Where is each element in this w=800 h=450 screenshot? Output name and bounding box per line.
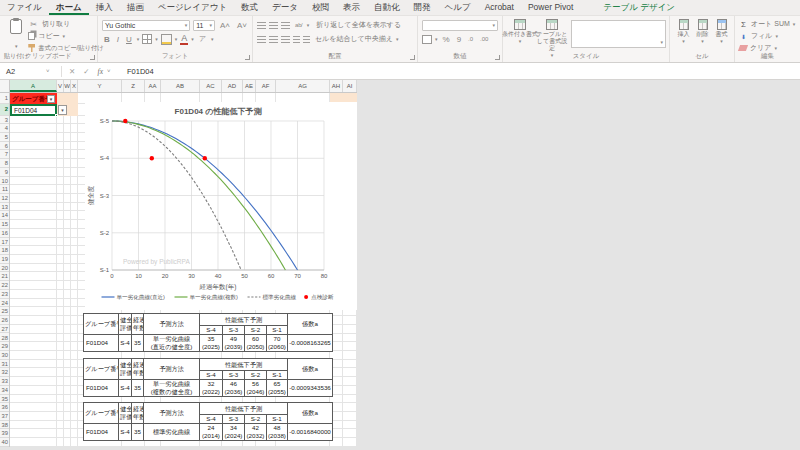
col-header-level[interactable]: S-4 [200,415,223,424]
dialog-launcher-icon[interactable] [90,55,95,60]
column-header-AG[interactable]: AG [276,80,330,92]
row-header-2[interactable]: 2 [0,104,9,116]
cell-prediction[interactable]: 49(2039) [223,334,245,351]
row-header-28[interactable]: 28 [0,334,9,343]
tab-view[interactable]: 表示 [336,0,367,15]
dialog-launcher-icon[interactable] [245,55,250,60]
align-top-icon[interactable] [257,22,266,29]
row-header-25[interactable]: 25 [0,307,9,316]
font-size-combo[interactable]: 11▾ [193,20,215,31]
cell-group[interactable]: F01D04 [84,423,119,440]
tab-review[interactable]: 校閲 [305,0,336,15]
col-header-method[interactable]: 予測方法 [144,359,200,380]
borders-icon[interactable] [142,34,152,44]
row-header-17[interactable]: 17 [0,238,9,247]
align-center-icon[interactable] [269,36,278,43]
phonetic-guide-button[interactable]: ア [197,34,208,44]
tab-acrobat[interactable]: Acrobat [478,0,521,15]
dialog-launcher-icon[interactable] [495,55,500,60]
cell-coef[interactable]: -0.0008163265 [288,334,333,351]
col-header-level[interactable]: S-1 [267,371,288,380]
col-header-level[interactable]: S-3 [223,371,245,380]
formula-input[interactable]: F01D04 [127,67,154,76]
row-header-40[interactable]: 40 [0,438,9,447]
column-header-AE[interactable]: AE [243,80,256,92]
col-header-level[interactable]: S-3 [223,326,245,335]
col-header-level[interactable]: S-1 [267,415,288,424]
format-cells-button[interactable]: 書式 ▾ [712,19,731,44]
col-header-level[interactable]: S-2 [245,415,267,424]
col-header-method[interactable]: 予測方法 [144,403,200,424]
bold-button[interactable]: B [102,35,112,44]
cell-prediction[interactable]: 32(2022) [200,379,223,396]
row-header-7[interactable]: 7 [0,150,9,159]
cell-prediction[interactable]: 46(2036) [223,379,245,396]
cell-prediction[interactable]: 70(2060) [267,334,288,351]
cell-a2-selected[interactable]: F01D04 [10,104,57,116]
col-header-prediction[interactable]: 性能低下予測 [200,314,288,326]
grow-font-button[interactable]: A˄ [218,21,232,30]
row-header-34[interactable]: 34 [0,386,9,395]
tab-formulas[interactable]: 数式 [234,0,265,15]
row-header-38[interactable]: 38 [0,421,9,430]
autosum-button[interactable]: Σ オート SUM▾ [739,19,797,29]
column-header-AA[interactable]: AA [145,80,161,92]
row-header-29[interactable]: 29 [0,342,9,351]
col-header-method[interactable]: 予測方法 [144,314,200,335]
col-header-group[interactable]: グループ番号 [84,314,119,335]
row-header-10[interactable]: 10 [0,177,9,186]
row-header-19[interactable]: 19 [0,255,9,264]
tab-home[interactable]: ホーム [49,0,89,15]
col-header-group[interactable]: グループ番号 [84,403,119,424]
row-header-14[interactable]: 14 [0,211,9,220]
col-header-level[interactable]: S-2 [245,326,267,335]
col-header-level[interactable]: S-4 [200,326,223,335]
cell-group[interactable]: F01D04 [84,334,119,351]
delete-cells-button[interactable]: 削除 ▾ [693,19,712,44]
row-header-37[interactable]: 37 [0,412,9,421]
column-header-A[interactable]: A [10,80,57,92]
row-header-30[interactable]: 30 [0,351,9,360]
column-header-AB[interactable]: AB [161,80,200,92]
row-header-26[interactable]: 26 [0,316,9,325]
cell-prediction[interactable]: 42(2032) [245,423,267,440]
row-header-9[interactable]: 9 [0,168,9,177]
cell-years[interactable]: 35 [132,379,144,396]
tab-automate[interactable]: 自動化 [367,0,407,15]
row-header-27[interactable]: 27 [0,325,9,334]
cancel-entry-button[interactable]: ✕ [65,67,79,76]
increase-decimal-button[interactable]: .0 [466,36,475,42]
align-bottom-icon[interactable] [281,22,290,29]
decrease-decimal-button[interactable]: .00 [478,36,490,42]
row-header-1[interactable]: 1 [0,93,9,104]
column-header-V[interactable]: V [57,80,64,92]
column-header-AH[interactable]: AH [330,80,343,92]
cell-prediction[interactable]: 35(2025) [200,334,223,351]
row-header-16[interactable]: 16 [0,229,9,238]
row-header-35[interactable]: 35 [0,395,9,404]
column-header-X[interactable]: X [71,80,78,92]
col-header-health[interactable]: 健全度評価 [119,314,132,335]
row-header-3[interactable]: 3 [0,116,9,125]
font-name-combo[interactable]: Yu Gothic▾ [102,20,190,31]
cell-coef[interactable]: -0.0009343536 [288,379,333,396]
col-header-coef[interactable]: 係数a [288,403,333,424]
cell-prediction[interactable]: 24(2014) [200,423,223,440]
row-header-33[interactable]: 33 [0,377,9,386]
align-right-icon[interactable] [281,36,290,43]
cell-prediction[interactable]: 56(2046) [245,379,267,396]
row-header-21[interactable]: 21 [0,272,9,281]
col-header-level[interactable]: S-2 [245,371,267,380]
col-header-health[interactable]: 健全度評価 [119,403,132,424]
column-header-Z[interactable]: Z [122,80,145,92]
italic-button[interactable]: I [115,35,121,44]
font-color-icon[interactable]: A [180,34,188,45]
insert-function-button[interactable]: fx [94,67,107,76]
row-header-32[interactable]: 32 [0,368,9,377]
tab-data[interactable]: データ [265,0,305,15]
row-header-18[interactable]: 18 [0,246,9,255]
row-header-15[interactable]: 15 [0,220,9,229]
cell-coef[interactable]: -0.0016840000 [288,423,333,440]
row-header-8[interactable]: 8 [0,159,9,168]
underline-button[interactable]: U [124,35,134,44]
